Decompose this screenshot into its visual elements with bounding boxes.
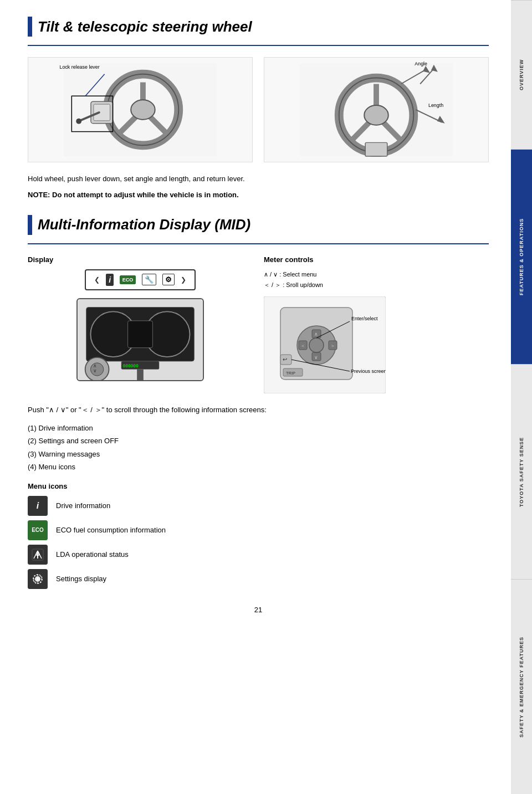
section2-bar xyxy=(28,215,32,235)
meter-diagram: ∧ ∨ ＜ ＞ TRIP ↩ Enter/select xyxy=(264,296,386,393)
section2-divider xyxy=(28,243,489,244)
lda-icon: 🔧 xyxy=(142,274,156,285)
section1-divider xyxy=(28,45,489,46)
svg-text:＞: ＞ xyxy=(330,343,335,349)
svg-point-20 xyxy=(364,105,388,125)
svg-rect-21 xyxy=(365,142,387,156)
lda-menu-desc: LDA operational status xyxy=(56,550,129,559)
main-content: Tilt & telescopic steering wheel xyxy=(0,0,511,636)
info-menu-icon: i xyxy=(28,496,48,516)
meter-legend-line1: ∧ / ∨ : Select menu xyxy=(264,269,489,280)
sidebar: OVERVIEW FEATURES & OPERATIONS TOYOTA SA… xyxy=(511,0,532,794)
svg-text:∨: ∨ xyxy=(314,355,318,360)
svg-text:Lock release lever: Lock release lever xyxy=(60,64,100,70)
steering-img-left: Lock release lever xyxy=(28,57,253,162)
svg-text:Length: Length xyxy=(428,103,443,108)
settings-icon: ⚙ xyxy=(162,274,175,285)
svg-text:000000: 000000 xyxy=(123,363,139,368)
steering-wheel-left-svg: Lock release lever xyxy=(28,58,252,162)
menu-icons-heading: Menu icons xyxy=(28,482,489,490)
sidebar-tab-features[interactable]: FEATURES & OPERATIONS xyxy=(511,149,532,364)
svg-text:TRIP: TRIP xyxy=(286,371,295,376)
lda-menu-icon xyxy=(28,545,48,565)
info-screen-item-2: (2) Settings and screen OFF xyxy=(28,434,489,447)
display-area: ❮ i ECO 🔧 ⚙ ❯ xyxy=(28,269,253,381)
page-number: 21 xyxy=(28,606,489,614)
svg-text:∨: ∨ xyxy=(93,368,97,373)
section1-bar xyxy=(28,17,32,37)
meter-controls-svg: ∧ ∨ ＜ ＞ TRIP ↩ Enter/select xyxy=(264,296,386,393)
menu-icon-row-2: ECO ECO fuel consumption information xyxy=(28,520,489,540)
svg-point-10 xyxy=(76,119,81,124)
svg-text:Enter/select: Enter/select xyxy=(351,316,378,321)
mid-icon-bar: ❮ i ECO 🔧 ⚙ ❯ xyxy=(85,269,196,290)
mid-display-grid: Display ❮ i ECO 🔧 ⚙ ❯ xyxy=(28,255,489,394)
eco-menu-icon: ECO xyxy=(28,520,48,540)
display-column: Display ❮ i ECO 🔧 ⚙ ❯ xyxy=(28,255,253,394)
svg-text:∧: ∧ xyxy=(93,362,97,368)
meter-col-label: Meter controls xyxy=(264,255,489,264)
svg-text:↩: ↩ xyxy=(283,356,287,362)
cluster-svg: 000000 ∧ ∨ xyxy=(78,299,203,380)
sidebar-tab-emergency[interactable]: SAFETY & EMERGENCY FEATURES xyxy=(511,579,532,794)
meter-column: Meter controls ∧ / ∨ : Select menu ＜ / ＞… xyxy=(264,255,489,394)
svg-text:＜: ＜ xyxy=(300,343,305,349)
sidebar-tab-overview[interactable]: OVERVIEW xyxy=(511,0,532,149)
info-screens-list: (1) Drive information (2) Settings and s… xyxy=(28,422,489,474)
steering-wheel-right-svg: Angle Length xyxy=(264,58,488,162)
instrument-cluster: 000000 ∧ ∨ xyxy=(76,298,204,381)
svg-point-49 xyxy=(309,338,324,352)
svg-point-69 xyxy=(36,577,39,581)
meter-legend-line2: ＜ / ＞ : Sroll up/down xyxy=(264,280,489,291)
settings-icon-svg xyxy=(32,573,44,585)
steering-body-text: Hold wheel, push lever down, set angle a… xyxy=(28,173,489,185)
info-screen-item-4: (4) Menu icons xyxy=(28,460,489,473)
section1-title: Tilt & telescopic steering wheel xyxy=(38,18,252,35)
sidebar-tab-safety-sense[interactable]: TOYOTA SAFETY SENSE xyxy=(511,364,532,579)
lda-icon-svg xyxy=(32,549,44,561)
push-description: Push "∧ / ∨" or "＜ / ＞" to scroll throug… xyxy=(28,404,489,416)
eco-icon: ECO xyxy=(120,275,136,284)
menu-icon-row-3: LDA operational status xyxy=(28,545,489,565)
svg-rect-8 xyxy=(94,104,110,121)
section2-title: Multi-Information Display (MID) xyxy=(38,216,250,233)
info-screen-item-3: (3) Warning messages xyxy=(28,448,489,460)
mid-section: Multi-Information Display (MID) Display … xyxy=(28,215,489,589)
section2-header: Multi-Information Display (MID) xyxy=(28,215,489,235)
display-col-label: Display xyxy=(28,255,253,264)
menu-icon-row-1: i Drive information xyxy=(28,496,489,516)
svg-text:Angle: Angle xyxy=(415,61,427,66)
settings-menu-icon xyxy=(28,569,48,589)
meter-legend: ∧ / ∨ : Select menu ＜ / ＞ : Sroll up/dow… xyxy=(264,269,489,291)
svg-text:Previous screen: Previous screen xyxy=(351,368,386,374)
svg-rect-34 xyxy=(128,321,153,348)
steering-note-text: NOTE: Do not attempt to adjust while the… xyxy=(28,189,489,201)
info-icon: i xyxy=(106,274,114,286)
steering-images: Lock release lever xyxy=(28,57,489,162)
info-menu-desc: Drive information xyxy=(56,501,110,510)
menu-icon-row-4: Settings display xyxy=(28,569,489,589)
right-arrow-icon: ❯ xyxy=(181,276,186,284)
settings-menu-desc: Settings display xyxy=(56,575,106,583)
svg-text:∧: ∧ xyxy=(314,331,318,337)
left-arrow-icon: ❮ xyxy=(94,276,100,284)
svg-point-6 xyxy=(131,100,155,120)
eco-menu-desc: ECO fuel consumption information xyxy=(56,526,166,534)
steering-img-right: Angle Length xyxy=(264,57,489,162)
section1-header: Tilt & telescopic steering wheel xyxy=(28,17,489,37)
info-screen-item-1: (1) Drive information xyxy=(28,422,489,434)
